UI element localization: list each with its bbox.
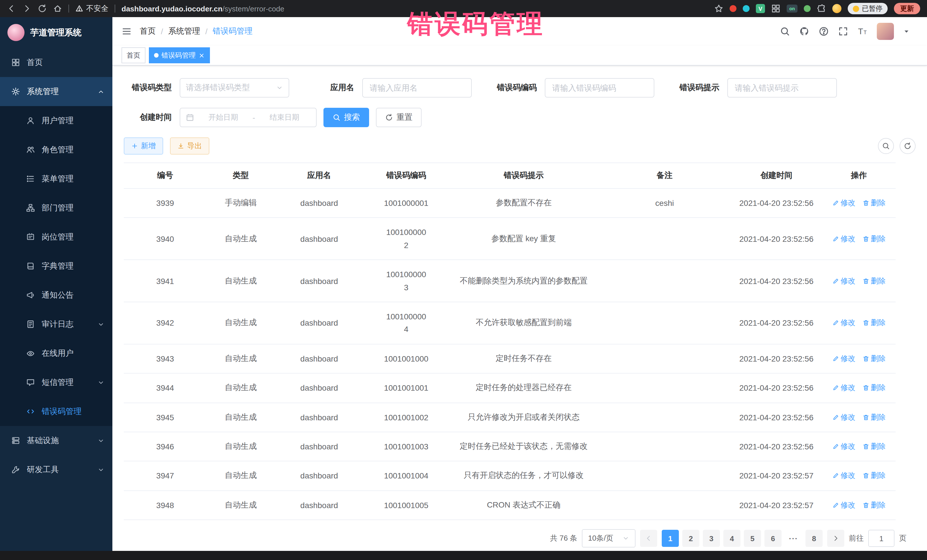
edit-link[interactable]: 修改 bbox=[832, 276, 856, 286]
cell-message: 参数配置不存在 bbox=[449, 188, 599, 218]
refresh-table-button[interactable] bbox=[900, 138, 916, 154]
delete-link[interactable]: 删除 bbox=[862, 412, 886, 422]
delete-link[interactable]: 删除 bbox=[862, 318, 886, 328]
docs-help-icon[interactable] bbox=[819, 26, 829, 36]
error-type-select[interactable]: 请选择错误码类型 bbox=[180, 78, 289, 97]
back-button[interactable] bbox=[7, 4, 16, 13]
edit-link[interactable]: 修改 bbox=[832, 354, 856, 364]
edit-link[interactable]: 修改 bbox=[832, 442, 856, 452]
delete-link[interactable]: 删除 bbox=[862, 442, 886, 452]
sidebar-item-menu-management[interactable]: 菜单管理 bbox=[0, 164, 112, 193]
browser-profile-avatar[interactable] bbox=[832, 4, 842, 13]
extension-grid-icon[interactable] bbox=[771, 4, 780, 13]
sidebar-item-home[interactable]: 首页 bbox=[0, 48, 112, 77]
sidebar-item-label: 菜单管理 bbox=[42, 174, 104, 184]
extensions-puzzle-icon[interactable] bbox=[817, 4, 826, 13]
app-name-input[interactable] bbox=[362, 78, 472, 97]
edit-link[interactable]: 修改 bbox=[832, 198, 856, 208]
sidebar-item-dev-tools[interactable]: 研发工具 bbox=[0, 455, 112, 484]
sidebar-item-audit-log[interactable]: 审计日志 bbox=[0, 310, 112, 339]
prev-page-button[interactable] bbox=[640, 530, 657, 547]
tab-home[interactable]: 首页 bbox=[122, 47, 146, 63]
security-indicator[interactable]: 不安全 bbox=[75, 3, 108, 14]
delete-link[interactable]: 删除 bbox=[862, 471, 886, 481]
sidebar-item-user-management[interactable]: 用户管理 bbox=[0, 106, 112, 135]
sidebar-item-online-users[interactable]: 在线用户 bbox=[0, 339, 112, 368]
tab-error-code[interactable]: 错误码管理 bbox=[149, 47, 210, 63]
delete-link[interactable]: 删除 bbox=[862, 234, 886, 244]
home-button[interactable] bbox=[53, 4, 62, 13]
address-bar[interactable]: dashboard.yudao.iocoder.cn/system/error-… bbox=[122, 4, 284, 13]
app-logo[interactable]: 芋道管理系统 bbox=[0, 17, 112, 48]
sidebar-item-notice-announcement[interactable]: 通知公告 bbox=[0, 281, 112, 310]
page-button-4[interactable]: 4 bbox=[723, 530, 740, 547]
page-button-5[interactable]: 5 bbox=[744, 530, 761, 547]
cell-time: 2021-04-20 23:52:57 bbox=[731, 490, 822, 520]
sidebar-item-error-code-management[interactable]: 错误码管理 bbox=[0, 397, 112, 426]
sidebar-item-sms-management[interactable]: 短信管理 bbox=[0, 368, 112, 397]
edit-link[interactable]: 修改 bbox=[832, 412, 856, 422]
delete-link[interactable]: 删除 bbox=[862, 500, 886, 510]
breadcrumb-item[interactable]: 系统管理 bbox=[168, 26, 200, 36]
edit-link[interactable]: 修改 bbox=[832, 234, 856, 244]
reload-button[interactable] bbox=[38, 4, 47, 13]
delete-label: 删除 bbox=[871, 442, 886, 452]
sidebar-item-dept-management[interactable]: 部门管理 bbox=[0, 193, 112, 222]
next-page-button[interactable] bbox=[827, 530, 844, 547]
reset-button[interactable]: 重置 bbox=[376, 108, 422, 127]
page-button-2[interactable]: 2 bbox=[682, 530, 699, 547]
delete-link[interactable]: 删除 bbox=[862, 276, 886, 286]
extension-icon-green[interactable] bbox=[804, 5, 811, 12]
online-icon bbox=[26, 349, 35, 358]
update-button[interactable]: 更新 bbox=[894, 3, 920, 14]
sidebar-item-role-management[interactable]: 角色管理 bbox=[0, 135, 112, 164]
chrome-divider bbox=[115, 5, 115, 12]
extension-icon-red[interactable] bbox=[729, 5, 737, 12]
edit-label: 修改 bbox=[840, 354, 856, 364]
tags-view: 首页错误码管理 bbox=[112, 46, 927, 65]
goto-page-input[interactable] bbox=[868, 530, 895, 547]
page-button-6[interactable]: 6 bbox=[764, 530, 781, 547]
edit-link[interactable]: 修改 bbox=[832, 383, 856, 393]
font-size-icon[interactable]: TT bbox=[857, 26, 868, 36]
sidebar: 芋道管理系统 首页系统管理用户管理角色管理菜单管理部门管理岗位管理字典管理通知公… bbox=[0, 17, 112, 551]
user-avatar[interactable] bbox=[877, 23, 894, 40]
sidebar-item-post-management[interactable]: 岗位管理 bbox=[0, 222, 112, 252]
add-button[interactable]: 新增 bbox=[124, 137, 163, 155]
paused-badge[interactable]: 已暂停 bbox=[848, 3, 887, 14]
cell-app: dashboard bbox=[275, 490, 363, 520]
sidebar-item-infrastructure[interactable]: 基础设施 bbox=[0, 426, 112, 455]
delete-link[interactable]: 删除 bbox=[862, 383, 886, 393]
edit-link[interactable]: 修改 bbox=[832, 500, 856, 510]
edit-link[interactable]: 修改 bbox=[832, 318, 856, 328]
toolbar-right bbox=[878, 138, 916, 154]
close-icon[interactable] bbox=[199, 52, 205, 58]
page-ellipsis[interactable]: ··· bbox=[785, 530, 802, 547]
github-icon[interactable] bbox=[799, 26, 810, 36]
breadcrumb-item[interactable]: 首页 bbox=[140, 26, 156, 36]
page-size-select[interactable]: 10条/页 bbox=[582, 529, 635, 548]
error-message-input[interactable] bbox=[727, 78, 837, 97]
page-button-8[interactable]: 8 bbox=[805, 530, 823, 547]
page-button-3[interactable]: 3 bbox=[703, 530, 720, 547]
extension-icon-teal[interactable] bbox=[743, 5, 749, 12]
sidebar-toggle[interactable] bbox=[122, 26, 132, 36]
extension-on-badge-icon[interactable]: on bbox=[787, 5, 798, 12]
sidebar-item-dict-management[interactable]: 字典管理 bbox=[0, 252, 112, 281]
delete-link[interactable]: 删除 bbox=[862, 354, 886, 364]
avatar-caret-icon[interactable] bbox=[903, 28, 910, 35]
create-time-range-picker[interactable]: 开始日期 - 结束日期 bbox=[180, 108, 317, 127]
error-code-input[interactable] bbox=[545, 78, 654, 97]
forward-button[interactable] bbox=[22, 4, 31, 13]
export-button[interactable]: 导出 bbox=[170, 137, 209, 155]
header-search-icon[interactable] bbox=[780, 26, 790, 36]
search-button[interactable]: 搜索 bbox=[324, 108, 369, 127]
page-button-1[interactable]: 1 bbox=[662, 530, 679, 547]
sidebar-item-system-management[interactable]: 系统管理 bbox=[0, 77, 112, 106]
bookmark-star-icon[interactable] bbox=[714, 4, 723, 13]
delete-link[interactable]: 删除 bbox=[862, 198, 886, 208]
fullscreen-icon[interactable] bbox=[838, 26, 848, 36]
toggle-search-button[interactable] bbox=[878, 138, 894, 154]
edit-link[interactable]: 修改 bbox=[832, 471, 856, 481]
vue-devtools-icon[interactable]: V bbox=[756, 4, 765, 13]
